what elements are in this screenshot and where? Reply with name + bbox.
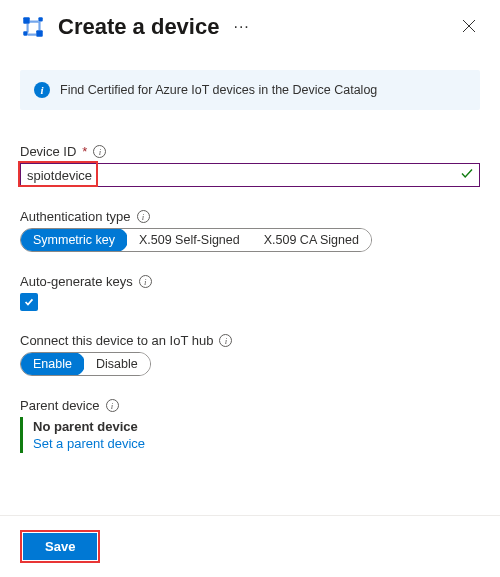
set-parent-link[interactable]: Set a parent device [33,436,145,451]
parent-none-text: No parent device [33,419,470,434]
panel-header: Create a device ··· [0,0,500,58]
connect-hub-label: Connect this device to an IoT hub i [20,333,480,348]
auth-type-options: Symmetric key X.509 Self-Signed X.509 CA… [20,228,372,252]
connect-option-disable[interactable]: Disable [84,353,150,375]
hint-icon[interactable]: i [139,275,152,288]
hint-icon[interactable]: i [137,210,150,223]
close-icon[interactable] [458,15,480,40]
auth-type-label: Authentication type i [20,209,480,224]
auto-generate-field: Auto-generate keys i [20,274,480,311]
parent-device-field: Parent device i No parent device Set a p… [20,398,480,453]
info-text: Find Certified for Azure IoT devices in … [60,83,377,97]
auto-generate-label: Auto-generate keys i [20,274,480,289]
auth-type-field: Authentication type i Symmetric key X.50… [20,209,480,252]
parent-device-label: Parent device i [20,398,480,413]
device-id-label: Device ID * i [20,144,480,159]
svg-rect-1 [36,30,43,37]
save-button[interactable]: Save [23,533,97,560]
connect-option-enable[interactable]: Enable [20,352,85,376]
hint-icon[interactable]: i [93,145,106,158]
device-id-input[interactable] [20,163,480,187]
create-device-panel: Create a device ··· i Find Certified for… [0,0,500,577]
valid-check-icon [460,167,474,184]
panel-footer: Save [0,515,500,577]
info-bar: i Find Certified for Azure IoT devices i… [20,70,480,110]
panel-content: i Find Certified for Azure IoT devices i… [0,58,500,515]
connect-hub-options: Enable Disable [20,352,151,376]
auto-generate-checkbox[interactable] [20,293,38,311]
device-icon [20,14,46,40]
parent-device-block: No parent device Set a parent device [20,417,480,453]
device-id-field: Device ID * i [20,144,480,187]
save-highlight: Save [20,530,100,563]
hint-icon[interactable]: i [219,334,232,347]
auth-option-ca-signed[interactable]: X.509 CA Signed [252,229,371,251]
svg-rect-0 [23,17,30,24]
more-icon[interactable]: ··· [233,18,249,36]
panel-title: Create a device [58,14,219,40]
auth-option-symmetric[interactable]: Symmetric key [20,228,128,252]
info-icon: i [34,82,50,98]
required-marker: * [82,144,87,159]
svg-rect-3 [38,17,42,21]
hint-icon[interactable]: i [106,399,119,412]
auth-option-self-signed[interactable]: X.509 Self-Signed [127,229,252,251]
connect-hub-field: Connect this device to an IoT hub i Enab… [20,333,480,376]
